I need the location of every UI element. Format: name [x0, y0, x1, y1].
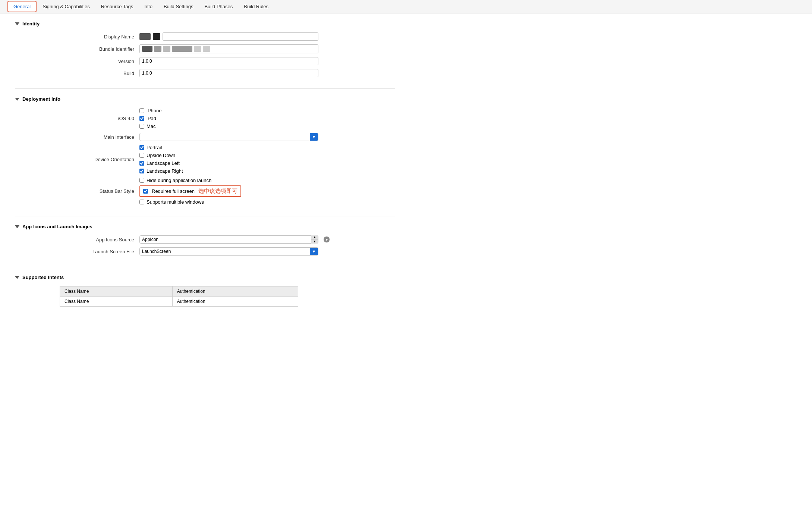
identity-section-header[interactable]: Identity — [15, 21, 395, 26]
bundle-seg3 — [163, 46, 170, 52]
table-row: Class Name Authentication — [60, 297, 298, 307]
tab-build-settings[interactable]: Build Settings — [158, 1, 199, 12]
app-icons-source-control: AppIcon ▲ ▼ ➤ — [139, 235, 333, 244]
version-input[interactable] — [139, 57, 318, 65]
landscape-right-row: Landscape Right — [139, 168, 318, 174]
supported-intents-title: Supported Intents — [22, 275, 64, 280]
display-name-block1 — [139, 33, 151, 40]
deployment-section-header[interactable]: Deployment Info — [15, 96, 395, 102]
requires-fullscreen-label: Requires full screen — [152, 188, 195, 194]
tab-build-rules[interactable]: Build Rules — [239, 1, 274, 12]
app-icons-source-value: AppIcon — [140, 237, 311, 242]
launch-screen-dropdown[interactable]: LaunchScreen ▼ — [139, 247, 318, 256]
device-orientation-row: Device Orientation Portrait Upside Down … — [15, 145, 395, 174]
main-interface-control: ▼ — [139, 133, 318, 141]
launch-screen-dropdown-btn[interactable]: ▼ — [310, 248, 318, 255]
main-interface-dropdown[interactable]: ▼ — [139, 133, 318, 141]
app-icons-source-label: App Icons Source — [37, 237, 134, 242]
iphone-checkbox[interactable] — [139, 108, 144, 113]
hide-launch-checkbox[interactable] — [139, 178, 144, 183]
requires-fullscreen-checkbox[interactable] — [143, 189, 148, 194]
tab-build-phases[interactable]: Build Phases — [199, 1, 238, 12]
iphone-row: iPhone — [139, 108, 318, 113]
mac-row: Mac — [139, 123, 318, 129]
ios-version-label: iOS 9.0 — [37, 116, 134, 121]
portrait-label: Portrait — [147, 145, 162, 150]
app-icons-title: App Icons and Launch Images — [22, 224, 92, 229]
bundle-identifier-control — [139, 44, 318, 53]
tab-resource-tags[interactable]: Resource Tags — [96, 1, 138, 12]
bundle-identifier-row: Bundle Identifier — [15, 44, 395, 53]
table-cell-authentication: Authentication — [172, 297, 298, 307]
app-icons-source-row: App Icons Source AppIcon ▲ ▼ ➤ — [15, 235, 395, 244]
mac-label: Mac — [147, 123, 156, 129]
mac-checkbox[interactable] — [139, 124, 144, 129]
landscape-left-label: Landscape Left — [147, 160, 180, 166]
device-checkboxes: iPhone iPad Mac — [139, 108, 318, 129]
portrait-checkbox[interactable] — [139, 145, 144, 150]
landscape-right-checkbox[interactable] — [139, 169, 144, 173]
app-icons-section-header[interactable]: App Icons and Launch Images — [15, 224, 395, 229]
highlight-note-text: 选中该选项即可 — [198, 188, 237, 195]
multiple-windows-checkbox[interactable] — [139, 200, 144, 204]
tab-info[interactable]: Info — [139, 1, 158, 12]
main-content: Identity Display Name Bundle Identifier — [0, 13, 410, 325]
ipad-row: iPad — [139, 116, 318, 121]
version-label: Version — [37, 59, 134, 64]
landscape-right-label: Landscape Right — [147, 168, 183, 174]
supported-intents-header[interactable]: Supported Intents — [15, 275, 395, 280]
requires-fullscreen-highlight: Requires full screen 选中该选项即可 — [139, 185, 241, 197]
orientation-checkboxes: Portrait Upside Down Landscape Left Land… — [139, 145, 318, 174]
hide-during-launch-row: Hide during application launch — [139, 178, 318, 183]
bundle-seg5 — [194, 46, 201, 52]
deployment-section: Deployment Info iOS 9.0 iPhone iPad Mac — [15, 96, 395, 205]
display-name-label: Display Name — [37, 34, 134, 40]
version-control — [139, 57, 318, 65]
app-icons-section: App Icons and Launch Images App Icons So… — [15, 224, 395, 256]
build-input[interactable] — [139, 69, 318, 77]
tab-signing[interactable]: Signing & Capabilities — [37, 1, 95, 12]
bundle-identifier-label: Bundle Identifier — [37, 46, 134, 52]
requires-fullscreen-row: Requires full screen 选中该选项即可 — [139, 185, 318, 197]
bundle-seg4 — [172, 46, 192, 52]
version-row: Version — [15, 57, 395, 65]
launch-screen-control: LaunchScreen ▼ — [139, 247, 318, 256]
tab-general[interactable]: General — [7, 1, 37, 12]
bundle-seg6 — [203, 46, 210, 52]
ipad-checkbox[interactable] — [139, 116, 144, 121]
hide-launch-label: Hide during application launch — [147, 178, 211, 183]
multiple-windows-label: Supports multiple windows — [147, 199, 204, 205]
supported-intents-triangle-icon — [15, 276, 19, 279]
deployment-title: Deployment Info — [22, 96, 60, 102]
tab-bar: General Signing & Capabilities Resource … — [0, 0, 812, 13]
app-icons-source-dropdown[interactable]: AppIcon ▲ ▼ — [139, 235, 318, 244]
status-bar-control: Hide during application launch Requires … — [139, 178, 318, 205]
main-interface-label: Main Interface — [37, 134, 134, 140]
launch-screen-label: Launch Screen File — [37, 249, 134, 254]
display-name-input[interactable] — [163, 32, 318, 41]
collapse-triangle-icon — [15, 22, 19, 25]
table-col-class-name: Class Name — [60, 286, 173, 297]
upside-down-checkbox[interactable] — [139, 153, 144, 158]
identity-title: Identity — [22, 21, 40, 26]
upside-down-label: Upside Down — [147, 153, 175, 158]
display-name-control — [139, 32, 318, 41]
app-icons-stepper-btns: ▲ ▼ — [311, 235, 318, 244]
app-icons-navigate-icon[interactable]: ➤ — [324, 236, 330, 242]
landscape-left-row: Landscape Left — [139, 160, 318, 166]
main-interface-row: Main Interface ▼ — [15, 133, 395, 141]
deployment-collapse-triangle-icon — [15, 98, 19, 101]
ios-version-row: iOS 9.0 iPhone iPad Mac — [15, 108, 395, 129]
launch-screen-value: LaunchScreen — [140, 249, 310, 254]
app-icons-stepper-up[interactable]: ▲ — [311, 235, 318, 239]
iphone-label: iPhone — [147, 108, 161, 113]
supports-multiple-windows-row: Supports multiple windows — [139, 199, 318, 205]
main-interface-dropdown-btn[interactable]: ▼ — [310, 133, 318, 141]
landscape-left-checkbox[interactable] — [139, 161, 144, 166]
table-header-row: Class Name Authentication — [60, 286, 298, 297]
identity-section: Identity Display Name Bundle Identifier — [15, 21, 395, 77]
build-label: Build — [37, 71, 134, 76]
status-bar-label: Status Bar Style — [37, 188, 134, 194]
app-icons-stepper-down[interactable]: ▼ — [311, 239, 318, 244]
upside-down-row: Upside Down — [139, 153, 318, 158]
